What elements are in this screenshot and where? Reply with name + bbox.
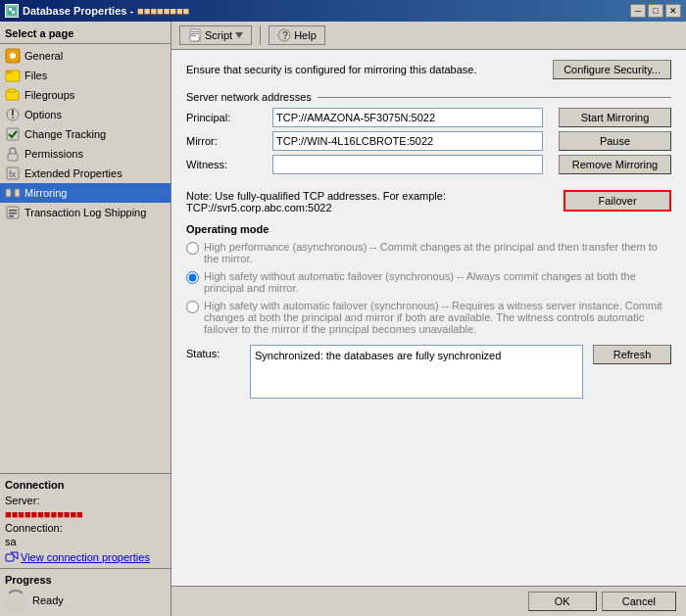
network-addresses-header: Server network addresses xyxy=(186,91,671,103)
radio-high-perf[interactable] xyxy=(186,242,199,255)
sidebar-item-files[interactable]: Files xyxy=(0,66,171,85)
server-label: Server: xyxy=(5,495,39,506)
sidebar-item-options[interactable]: Options xyxy=(0,105,171,124)
view-connection-link[interactable]: View connection properties xyxy=(5,551,166,563)
cancel-button[interactable]: Cancel xyxy=(602,592,676,611)
progress-spinner xyxy=(5,590,26,611)
app-icon xyxy=(5,4,19,18)
refresh-button[interactable]: Refresh xyxy=(593,345,671,364)
maximize-button[interactable]: □ xyxy=(648,4,663,18)
remove-mirroring-button[interactable]: Remove Mirroring xyxy=(559,155,671,174)
sidebar-item-extended-properties[interactable]: fx Extended Properties xyxy=(0,164,171,183)
svg-rect-22 xyxy=(6,554,14,561)
content-area: Script ? Help Ensure that security is co… xyxy=(172,22,686,616)
sidebar: Select a page General Files Filegroups xyxy=(0,22,172,616)
svg-rect-16 xyxy=(6,189,11,197)
view-connection-text: View connection properties xyxy=(21,551,150,563)
sidebar-item-change-tracking[interactable]: Change Tracking xyxy=(0,124,171,144)
minimize-button[interactable]: ─ xyxy=(630,4,646,18)
sidebar-item-label-extended-properties: Extended Properties xyxy=(24,167,122,179)
filegroups-icon xyxy=(5,87,21,103)
change-tracking-icon xyxy=(5,126,21,142)
svg-rect-12 xyxy=(7,128,19,140)
radio-label-high-safety-failover: High safety with automatic failover (syn… xyxy=(204,300,671,335)
mirroring-buttons: Start Mirroring Pause Remove Mirroring xyxy=(559,108,671,184)
sidebar-item-permissions[interactable]: Permissions xyxy=(0,144,171,164)
operating-mode-header: Operating mode xyxy=(186,223,671,235)
pause-button[interactable]: Pause xyxy=(559,131,671,151)
configure-security-button[interactable]: Configure Security... xyxy=(553,60,671,79)
svg-rect-19 xyxy=(9,210,17,212)
transaction-log-icon xyxy=(5,205,21,220)
sidebar-item-label-change-tracking: Change Tracking xyxy=(24,128,106,140)
svg-rect-27 xyxy=(191,35,196,36)
script-dropdown-icon xyxy=(235,32,243,38)
server-value: ■■■■■■■■■■■■ xyxy=(5,508,83,520)
server-fields-left: Principal: Mirror: Witness: xyxy=(186,108,551,184)
general-icon xyxy=(5,48,21,64)
svg-rect-10 xyxy=(12,110,14,116)
sidebar-item-label-filegroups: Filegroups xyxy=(24,89,74,101)
sidebar-item-label-mirroring: Mirroring xyxy=(24,187,67,199)
connection-label: Connection: xyxy=(5,522,63,534)
mirror-label: Mirror: xyxy=(186,135,265,147)
security-row: Ensure that security is configured for m… xyxy=(186,60,671,79)
connection-section: Connection Server: ■■■■■■■■■■■■ Connecti… xyxy=(0,473,171,568)
svg-rect-1 xyxy=(9,8,12,11)
note-failover-row: Note: Use fully-qualified TCP addresses.… xyxy=(186,190,671,213)
mirror-input[interactable] xyxy=(272,131,543,151)
server-field: Server: xyxy=(5,495,166,506)
sidebar-item-label-transaction-log: Transaction Log Shipping xyxy=(24,207,146,218)
sidebar-item-filegroups[interactable]: Filegroups xyxy=(0,85,171,105)
principal-input[interactable] xyxy=(272,108,543,127)
main-container: Select a page General Files Filegroups xyxy=(0,22,686,616)
connection-field: Connection: xyxy=(5,522,166,534)
mirroring-icon xyxy=(5,185,21,201)
close-button[interactable]: ✕ xyxy=(665,4,681,18)
connection-link-icon xyxy=(5,551,19,563)
window-title-db: ■■■■■■■■ xyxy=(137,5,189,17)
svg-rect-26 xyxy=(191,33,199,34)
radio-high-safety-failover[interactable] xyxy=(186,301,199,313)
script-button[interactable]: Script xyxy=(179,25,252,45)
sidebar-item-label-options: Options xyxy=(24,109,62,120)
status-text: Synchronized: the databases are fully sy… xyxy=(255,350,501,361)
window-controls: ─ □ ✕ xyxy=(630,4,681,18)
svg-rect-2 xyxy=(12,11,15,14)
radio-label-high-safety: High safety without automatic failover (… xyxy=(204,270,671,294)
svg-point-11 xyxy=(12,117,14,118)
progress-section: Progress Ready xyxy=(0,568,171,616)
connection-value: sa xyxy=(5,536,17,547)
connection-value-field: sa xyxy=(5,536,166,547)
svg-text:?: ? xyxy=(282,30,288,41)
svg-rect-13 xyxy=(8,154,18,161)
script-icon xyxy=(188,28,202,42)
window-title: Database Properties - xyxy=(23,5,133,17)
status-box: Synchronized: the databases are fully sy… xyxy=(250,345,583,399)
sidebar-header: Select a page xyxy=(0,22,171,44)
permissions-icon xyxy=(5,146,21,162)
help-button[interactable]: ? Help xyxy=(269,25,325,45)
principal-label: Principal: xyxy=(186,112,265,123)
sidebar-item-mirroring[interactable]: Mirroring xyxy=(0,183,171,203)
radio-high-safety[interactable] xyxy=(186,271,199,284)
ok-button[interactable]: OK xyxy=(528,592,597,611)
start-mirroring-button[interactable]: Start Mirroring xyxy=(559,108,671,127)
progress-status: Ready xyxy=(32,594,64,606)
svg-rect-8 xyxy=(8,89,16,92)
sidebar-item-general[interactable]: General xyxy=(0,46,171,66)
radio-option-high-safety-failover: High safety with automatic failover (syn… xyxy=(186,300,671,335)
footer: OK Cancel xyxy=(172,586,686,616)
radio-option-high-safety: High safety without automatic failover (… xyxy=(186,270,671,294)
sidebar-item-label-files: Files xyxy=(24,70,47,81)
help-icon: ? xyxy=(277,28,291,42)
status-section: Status: Synchronized: the databases are … xyxy=(186,345,671,399)
note-text: Note: Use fully-qualified TCP addresses.… xyxy=(186,190,554,213)
sidebar-item-transaction-log[interactable]: Transaction Log Shipping xyxy=(0,203,171,222)
failover-button[interactable]: Failover xyxy=(564,190,671,212)
witness-input[interactable] xyxy=(272,155,543,174)
svg-rect-25 xyxy=(191,31,199,32)
toolbar-separator xyxy=(260,25,261,45)
progress-title: Progress xyxy=(5,574,166,586)
status-label: Status: xyxy=(186,345,240,359)
